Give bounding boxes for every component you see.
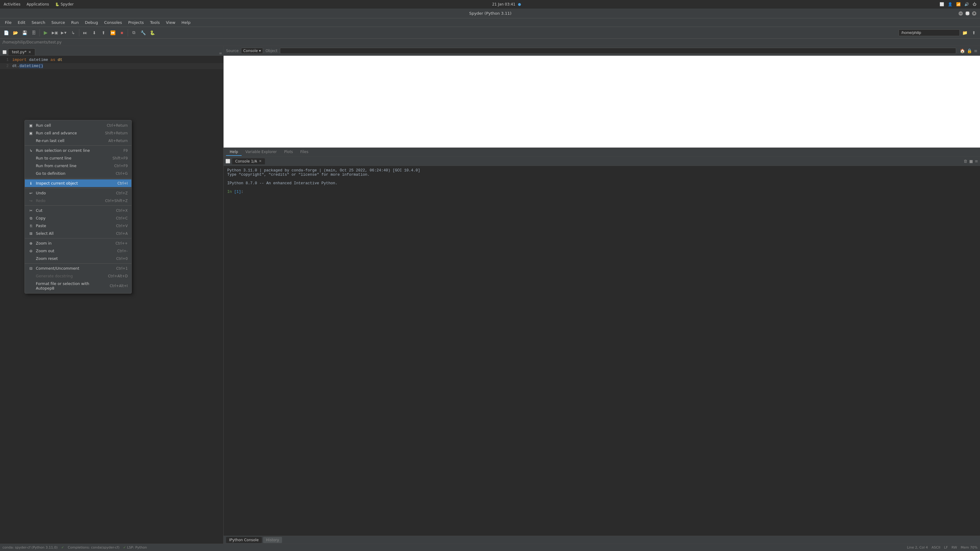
menu-edit[interactable]: Edit [15,20,28,25]
step-out-button[interactable]: ⬆ [99,29,108,37]
line-code-2: dt.datetime() [11,63,43,69]
run-cell-button[interactable]: ▶▣ [51,29,59,37]
go-up-button[interactable]: ⬆ [970,29,978,37]
line-ending-status: LF [944,546,948,549]
tab-overflow-menu[interactable]: ≡ [219,51,222,56]
help-icons: 🏠 🔒 ≡ [960,48,978,53]
ctx-zoom-reset-shortcut: Ctrl+0 [116,257,128,261]
ctx-go-to-def-shortcut: Ctrl+G [116,171,128,176]
tab-files[interactable]: Files [297,148,312,156]
editor-tab-test-py[interactable]: test.py* ✕ [8,48,35,56]
ctx-run-to-current[interactable]: Run to current line Shift+F9 [25,154,131,162]
activities-btn[interactable]: Activities [4,2,21,6]
menu-projects[interactable]: Projects [126,20,146,25]
history-tab[interactable]: History [263,537,282,543]
browse-folder-button[interactable]: 📁 [960,29,969,37]
console-tab-1[interactable]: Console 1/A ✕ [232,158,265,164]
save-file-button[interactable]: 💾 [20,29,29,37]
console-output[interactable]: Python 3.11.0 | packaged by conda-forge … [224,166,980,536]
home-icon[interactable]: 🏠 [960,48,965,53]
debug-button[interactable]: ⏭ [81,29,89,37]
ctx-copy[interactable]: ⧉ Copy Ctrl+C [25,214,131,222]
menu-tools[interactable]: Tools [148,20,162,25]
run-file-button[interactable]: ▶ [41,29,50,37]
console-delete-icon[interactable]: 🗑 [964,159,967,164]
menu-run[interactable]: Run [68,20,81,25]
open-file-button[interactable]: 📂 [11,29,20,37]
ctx-undo[interactable]: ↩ Undo Ctrl+Z [25,189,131,197]
status-bar: conda: spyder-cf (Python 3.11.0) ✓ Compl… [0,544,980,551]
menu-view[interactable]: View [164,20,178,25]
step-into-button[interactable]: ⬇ [90,29,99,37]
minimize-button[interactable]: ─ [959,11,963,16]
console-tab-close[interactable]: ✕ [259,159,261,163]
editor-tab-list-button[interactable]: ⬜ [1,49,8,56]
ctx-paste[interactable]: ⎘ Paste Ctrl+V [25,222,131,230]
path-input[interactable] [899,29,960,36]
wifi-icon[interactable]: 📶 [956,2,961,6]
menu-search[interactable]: Search [29,20,48,25]
window-controls: ─ ⬜ ✕ [959,11,976,16]
ctx-rerun-last-cell[interactable]: Re-run last cell Alt+Return [25,137,131,144]
lock-icon[interactable]: 🔒 [967,48,972,53]
toggle-panels-button[interactable]: ⧉ [130,29,138,37]
menu-file[interactable]: File [2,20,14,25]
ctx-run-from-current[interactable]: Run from current line Ctrl+F9 [25,162,131,170]
tab-variable-explorer[interactable]: Variable Explorer [242,148,280,156]
ctx-comment[interactable]: ⊟ Comment/Uncomment Ctrl+1 [25,265,131,272]
power-icon[interactable]: ⏻ [973,2,976,6]
ctx-rerun-shortcut: Alt+Return [108,139,128,143]
console-tab-list-icon[interactable]: ⬜ [225,159,230,164]
menu-source[interactable]: Source [49,20,68,25]
ctx-paste-shortcut: Ctrl+V [116,224,128,228]
tab-plots[interactable]: Plots [280,148,297,156]
right-pane: Source Console ▾ Object 🏠 🔒 ≡ Help Varia… [224,46,980,544]
menu-bar: File Edit Search Source Run Debug Consol… [0,18,980,27]
ctx-go-to-def[interactable]: Go to definition Ctrl+G [25,170,131,177]
ctx-inspect-object[interactable]: ℹ Inspect current object Ctrl+I [25,179,131,187]
menu-icon[interactable]: ≡ [974,48,978,53]
ctx-cut[interactable]: ✂ Cut Ctrl+X [25,206,131,214]
save-all-button[interactable]: 🗄 [29,29,38,37]
console-dropdown[interactable]: Console ▾ [241,48,263,54]
tab-help[interactable]: Help [226,148,242,156]
applications-btn[interactable]: Applications [27,2,49,6]
maximize-button[interactable]: ⬜ [965,11,970,16]
object-input[interactable] [280,48,956,54]
ctx-run-selection[interactable]: ↳ Run selection or current line F9 [25,147,131,154]
console-stop-icon[interactable]: ■ [969,159,973,164]
redo-icon: ↪ [29,198,33,203]
console-menu-icon[interactable]: ≡ [975,159,978,164]
person-icon[interactable]: 👤 [948,2,953,6]
ctx-paste-label: Paste [36,224,114,228]
ctx-redo-shortcut: Ctrl+Shift+Z [105,198,128,203]
ctx-format-file[interactable]: Format file or selection with Autopep8 C… [25,280,131,292]
editor-tab-bar: ⬜ test.py* ✕ ≡ [0,46,223,56]
ctx-zoom-reset[interactable]: Zoom reset Ctrl+0 [25,255,131,262]
ctx-select-all[interactable]: ⊞ Select All Ctrl+A [25,230,131,237]
ipython-console-tab[interactable]: IPython Console [226,537,262,543]
volume-icon[interactable]: 🔊 [964,2,969,6]
preferences-button[interactable]: 🔧 [139,29,147,37]
tab-close-button[interactable]: ✕ [29,50,31,54]
run-selection-button[interactable]: ↳ [69,29,78,37]
menu-debug[interactable]: Debug [83,20,100,25]
ctx-run-to-current-label: Run to current line [36,156,110,160]
ctx-zoom-out[interactable]: ⊖ Zoom out Ctrl+- [25,247,131,255]
python-path-button[interactable]: 🐍 [148,29,156,37]
window-icon[interactable]: ⬜ [940,2,944,6]
system-bar-right: ⬜ 👤 📶 🔊 ⏻ [940,2,976,6]
ctx-run-cell[interactable]: ▣ Run cell Ctrl+Return [25,122,131,129]
code-area[interactable]: 1 import datetime as dt 2 dt.datetime() [0,56,223,544]
stop-button[interactable]: ■ [118,29,126,37]
continue-button[interactable]: ⏩ [108,29,117,37]
ctx-run-cell-advance[interactable]: ▣ Run cell and advance Shift+Return [25,129,131,137]
new-file-button[interactable]: 📄 [2,29,10,37]
close-button[interactable]: ✕ [972,11,976,16]
menu-help[interactable]: Help [179,20,193,25]
menu-consoles[interactable]: Consoles [102,20,124,25]
ctx-zoom-in[interactable]: ⊕ Zoom in Ctrl++ [25,240,131,247]
run-cell-advance-button[interactable]: ▶▼ [60,29,68,37]
code-line-2: 2 dt.datetime() [0,63,223,69]
lsp-label: LSP: Python [127,546,147,549]
